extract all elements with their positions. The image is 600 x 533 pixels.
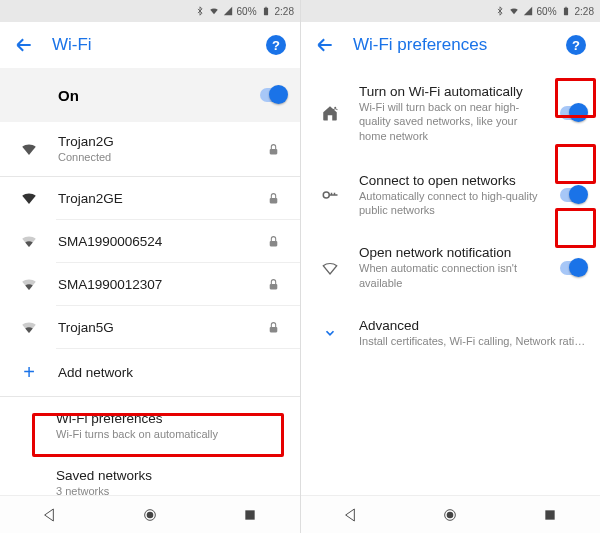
advanced-row[interactable]: Advanced Install certificates, Wi-Fi cal… [301, 304, 600, 360]
battery-icon [561, 6, 571, 16]
svg-rect-19 [565, 7, 567, 8]
network-row[interactable]: Trojan2GE [0, 177, 300, 219]
network-ssid: Trojan2GE [58, 191, 242, 206]
wifi-signal-icon [20, 318, 38, 336]
page-title: Wi-Fi [52, 35, 248, 55]
pref-title: Turn on Wi-Fi automatically [359, 84, 542, 99]
plus-icon: + [23, 361, 35, 384]
wifi-open-icon [321, 259, 339, 277]
wifi-prefs-sub: Wi-Fi turns back on automatically [56, 427, 286, 441]
network-row[interactable]: SMA1990012307 [0, 263, 300, 305]
wifi-master-toggle-row[interactable]: On [0, 68, 300, 122]
battery-percent: 60% [237, 6, 257, 17]
svg-point-12 [147, 511, 154, 518]
help-icon[interactable]: ? [266, 35, 286, 55]
page-title: Wi-Fi preferences [353, 35, 548, 55]
home-signal-icon [321, 104, 339, 122]
wifi-on-label: On [58, 87, 242, 104]
battery-percent: 60% [537, 6, 557, 17]
wifi-signal-icon [20, 232, 38, 250]
saved-networks-row[interactable]: Saved networks3 networks [0, 456, 300, 495]
pref-sub: Automatically connect to high-quality pu… [359, 189, 542, 218]
advanced-sub: Install certificates, Wi-Fi calling, Net… [359, 334, 586, 348]
network-row[interactable]: Trojan5G [0, 306, 300, 348]
svg-rect-18 [563, 8, 567, 16]
content: On Trojan2GConnected Trojan2GE SMA199000… [0, 68, 300, 495]
status-bar: 60% 2:28 [0, 0, 300, 22]
pref-sub: When automatic connection isn't availabl… [359, 261, 542, 290]
bluetooth-icon [495, 6, 505, 16]
pref-title: Connect to open networks [359, 173, 542, 188]
help-icon[interactable]: ? [566, 35, 586, 55]
bluetooth-icon [195, 6, 205, 16]
pref-sub: Wi-Fi will turn back on near high-qualit… [359, 100, 542, 143]
clock: 2:28 [275, 6, 294, 17]
nav-recent-icon[interactable] [542, 507, 558, 523]
wifi-master-toggle[interactable] [260, 88, 286, 102]
battery-icon [261, 6, 271, 16]
auto-wifi-toggle[interactable] [560, 106, 586, 120]
nav-home-icon[interactable] [142, 507, 158, 523]
network-ssid: Trojan5G [58, 320, 242, 335]
network-ssid: SMA1990012307 [58, 277, 242, 292]
svg-rect-6 [269, 149, 277, 154]
clock: 2:28 [575, 6, 594, 17]
svg-rect-13 [245, 510, 254, 519]
network-row[interactable]: Trojan2GConnected [0, 122, 300, 176]
app-bar: Wi-Fi preferences ? [301, 22, 600, 68]
nav-bar [301, 495, 600, 533]
nav-recent-icon[interactable] [242, 507, 258, 523]
key-icon [321, 186, 339, 204]
wifi-signal-icon [20, 189, 38, 207]
wifi-status-icon [209, 6, 219, 16]
svg-rect-9 [269, 284, 277, 289]
back-icon[interactable] [315, 35, 335, 55]
svg-rect-10 [269, 327, 277, 332]
open-networks-row[interactable]: Connect to open networks Automatically c… [301, 159, 600, 232]
svg-rect-5 [265, 7, 267, 8]
svg-rect-24 [545, 510, 554, 519]
svg-rect-4 [263, 8, 267, 16]
lock-icon [267, 235, 280, 248]
cell-signal-icon [523, 6, 533, 16]
phone-right: 60% 2:28 Wi-Fi preferences ? Turn on Wi-… [300, 0, 600, 533]
wifi-preferences-row[interactable]: Wi-Fi preferencesWi-Fi turns back on aut… [0, 397, 300, 455]
cell-signal-icon [223, 6, 233, 16]
open-notification-row[interactable]: Open network notification When automatic… [301, 231, 600, 304]
network-ssid: Trojan2G [58, 134, 242, 149]
back-icon[interactable] [14, 35, 34, 55]
network-status: Connected [58, 150, 242, 164]
saved-networks-sub: 3 networks [56, 484, 286, 495]
app-bar: Wi-Fi ? [0, 22, 300, 68]
auto-wifi-row[interactable]: Turn on Wi-Fi automatically Wi-Fi will t… [301, 68, 600, 159]
wifi-signal-icon [20, 140, 38, 158]
add-network-label: Add network [58, 365, 286, 380]
network-ssid: SMA1990006524 [58, 234, 242, 249]
lock-icon [267, 278, 280, 291]
nav-back-icon[interactable] [42, 507, 58, 523]
pref-title: Open network notification [359, 245, 542, 260]
svg-rect-8 [269, 241, 277, 246]
chevron-down-icon [323, 326, 337, 340]
status-bar: 60% 2:28 [301, 0, 600, 22]
wifi-status-icon [509, 6, 519, 16]
phone-left: 60% 2:28 Wi-Fi ? On Trojan2GConnected [0, 0, 300, 533]
lock-icon [267, 192, 280, 205]
open-networks-toggle[interactable] [560, 188, 586, 202]
lock-icon [267, 143, 280, 156]
svg-rect-7 [269, 198, 277, 203]
wifi-prefs-title: Wi-Fi preferences [56, 411, 286, 426]
add-network-row[interactable]: + Add network [0, 349, 300, 396]
content: Turn on Wi-Fi automatically Wi-Fi will t… [301, 68, 600, 495]
nav-back-icon[interactable] [343, 507, 359, 523]
svg-point-23 [447, 511, 454, 518]
advanced-title: Advanced [359, 318, 586, 333]
saved-networks-title: Saved networks [56, 468, 286, 483]
nav-home-icon[interactable] [442, 507, 458, 523]
wifi-signal-icon [20, 275, 38, 293]
open-notification-toggle[interactable] [560, 261, 586, 275]
lock-icon [267, 321, 280, 334]
svg-point-21 [323, 192, 329, 198]
network-row[interactable]: SMA1990006524 [0, 220, 300, 262]
nav-bar [0, 495, 300, 533]
